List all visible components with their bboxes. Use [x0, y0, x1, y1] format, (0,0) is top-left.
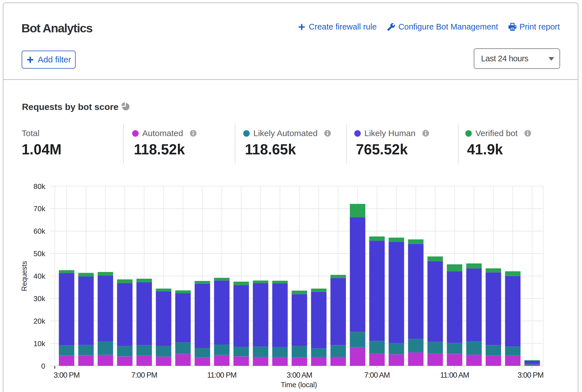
- svg-text:7:00 AM: 7:00 AM: [364, 371, 390, 379]
- svg-text:Requests: Requests: [20, 261, 28, 291]
- svg-text:40k: 40k: [33, 272, 46, 280]
- svg-text:7:00 PM: 7:00 PM: [131, 371, 157, 379]
- svg-text:60k: 60k: [33, 227, 46, 235]
- svg-text:70k: 70k: [33, 204, 46, 213]
- svg-text:20k: 20k: [33, 317, 46, 325]
- svg-text:50k: 50k: [33, 249, 46, 258]
- svg-text:30k: 30k: [33, 294, 46, 303]
- svg-text:3:00 AM: 3:00 AM: [287, 371, 312, 379]
- svg-text:11:00 AM: 11:00 AM: [440, 371, 469, 379]
- svg-text:Time (local): Time (local): [281, 380, 317, 389]
- svg-text:0: 0: [41, 362, 45, 370]
- svg-text:11:00 PM: 11:00 PM: [207, 371, 236, 379]
- svg-text:80k: 80k: [33, 182, 46, 191]
- svg-text:3:00 PM: 3:00 PM: [518, 371, 543, 379]
- svg-text:3:00 PM: 3:00 PM: [54, 371, 80, 379]
- svg-text:10k: 10k: [33, 339, 46, 348]
